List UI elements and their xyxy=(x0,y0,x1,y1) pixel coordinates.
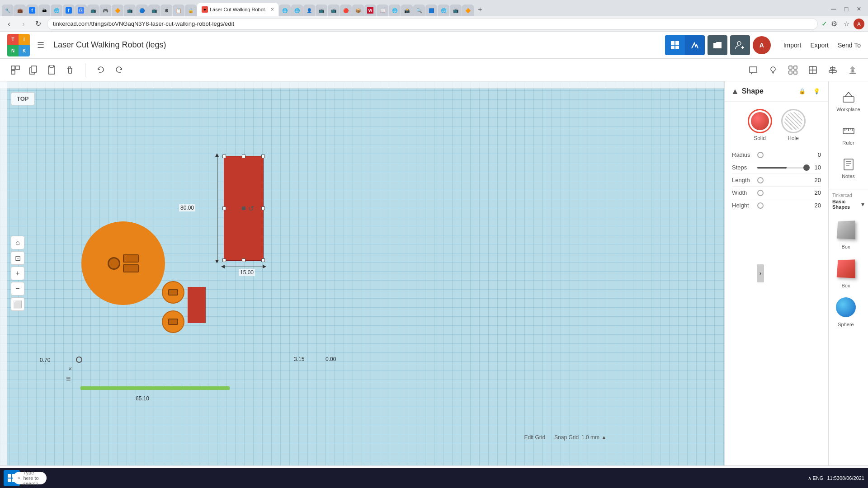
panel-resize-handle[interactable]: › xyxy=(757,264,764,282)
forward-button[interactable]: › xyxy=(18,19,29,29)
browser-tab-inactive[interactable]: 🌐 xyxy=(279,5,291,16)
extension-gear[interactable]: ⚙ xyxy=(831,19,837,28)
add-user-button[interactable] xyxy=(730,35,750,55)
browser-tab-inactive[interactable]: 🏔 xyxy=(38,5,50,16)
address-bar[interactable]: tinkercad.com/things/boVNGaqN3Y8-laser-c… xyxy=(47,18,818,30)
align-button[interactable] xyxy=(825,62,841,78)
orange-circle-object[interactable] xyxy=(81,221,165,305)
close-mark[interactable]: × xyxy=(68,365,72,372)
height-radio[interactable] xyxy=(757,202,764,209)
back-button[interactable]: ‹ xyxy=(4,19,14,29)
selection-handle-mr[interactable] xyxy=(261,206,265,210)
home-view-button[interactable]: ⌂ xyxy=(11,236,24,249)
minimize-button[interactable]: ─ xyxy=(828,4,839,14)
browser-tab-inactive[interactable]: 📦 xyxy=(352,5,364,16)
shapes-lib-dropdown-btn[interactable]: Basic Shapes ▾ xyxy=(829,199,868,211)
group-button[interactable] xyxy=(785,62,801,78)
copy-button[interactable] xyxy=(25,62,42,78)
browser-tab-inactive[interactable]: 📺 xyxy=(87,5,99,16)
menu-toggle-button[interactable]: ☰ xyxy=(37,40,44,50)
zoom-in-button[interactable]: + xyxy=(11,267,24,280)
selection-handle-tm[interactable] xyxy=(242,155,245,158)
height-value[interactable]: 20 xyxy=(810,202,821,209)
browser-tab-inactive[interactable]: G xyxy=(75,5,87,16)
browser-tab-inactive[interactable]: 📖 xyxy=(377,5,388,16)
solid-option[interactable]: Solid xyxy=(748,109,772,141)
build-view-button[interactable] xyxy=(685,35,705,55)
panel-light-button[interactable]: 💡 xyxy=(811,86,822,97)
radius-value[interactable]: 0 xyxy=(810,151,821,158)
shape-item-box-red[interactable]: Box xyxy=(830,253,861,290)
ungroup-button[interactable] xyxy=(805,62,821,78)
radius-radio[interactable] xyxy=(757,152,764,158)
browser-tab-inactive[interactable]: 🔒 xyxy=(185,5,197,16)
workplane-button[interactable]: Workplane xyxy=(830,85,867,117)
browser-tab-inactive[interactable]: 📸 xyxy=(401,5,413,16)
browser-tab-inactive[interactable]: 🔧 xyxy=(2,5,14,16)
shape-item-cylinder-orange[interactable]: Cylinder xyxy=(863,253,868,290)
reload-button[interactable]: ↻ xyxy=(33,19,43,29)
selection-handle-bm[interactable] xyxy=(242,258,245,262)
perspective-button[interactable]: ⬜ xyxy=(11,297,24,311)
browser-tab-inactive[interactable]: 📋 xyxy=(173,5,184,16)
extension-checkmark[interactable]: ✓ xyxy=(821,19,827,28)
browser-tab-inactive[interactable]: 🔶 xyxy=(462,5,474,16)
search-bar-taskbar[interactable]: Type here to search xyxy=(22,470,38,486)
new-tab-button[interactable]: + xyxy=(474,4,486,15)
paste-button[interactable] xyxy=(43,62,60,78)
browser-tab-inactive[interactable]: 🔴 xyxy=(340,5,352,16)
width-radio[interactable] xyxy=(757,190,764,196)
browser-tab-inactive[interactable]: 🎮 xyxy=(99,5,111,16)
browser-tab-inactive[interactable]: 🔶 xyxy=(112,5,123,16)
bookmark-button[interactable]: ☆ xyxy=(841,19,852,29)
zoom-out-button[interactable]: − xyxy=(11,282,24,296)
profile-button[interactable]: A xyxy=(854,19,864,29)
browser-tab-inactive[interactable]: 🔵 xyxy=(136,5,148,16)
browser-tab-inactive[interactable]: 📺 xyxy=(316,5,327,16)
selection-handle-br[interactable] xyxy=(261,258,265,262)
active-browser-tab[interactable]: ✦ Laser Cut Walking Robot... × xyxy=(197,3,278,16)
browser-tab-inactive[interactable]: 📺 xyxy=(148,5,160,16)
browser-tab-inactive[interactable]: 📺 xyxy=(124,5,136,16)
folder-button[interactable] xyxy=(708,35,727,55)
shape-item-scribble[interactable]: Scribble xyxy=(863,292,868,329)
browser-tab-inactive[interactable]: 🟦 xyxy=(425,5,437,16)
browser-tab-inactive[interactable]: 🔍 xyxy=(413,5,425,16)
shape-item-sphere-blue[interactable]: Sphere xyxy=(830,292,861,329)
tab-close-button[interactable]: × xyxy=(271,6,274,13)
steps-slider[interactable] xyxy=(757,167,807,169)
shape-item-box-gray[interactable]: Box xyxy=(830,214,861,251)
large-red-box[interactable]: ↺ xyxy=(224,156,264,261)
browser-tab-inactive[interactable]: f xyxy=(63,5,75,16)
redo-button[interactable] xyxy=(111,62,127,78)
ruler-button[interactable]: Ruler xyxy=(830,118,867,151)
grid-view-button[interactable] xyxy=(665,35,685,55)
send-to-button[interactable]: Send To xyxy=(838,42,861,49)
maximize-button[interactable]: □ xyxy=(841,4,852,14)
notes-button[interactable]: Notes xyxy=(830,152,867,184)
hole-option[interactable]: Hole xyxy=(781,109,806,141)
browser-tab-inactive[interactable]: 👤 xyxy=(303,5,315,16)
panel-collapse-button[interactable]: ▲ xyxy=(731,87,739,96)
browser-tab-inactive[interactable]: 📺 xyxy=(328,5,340,16)
small-orange-circle-2[interactable] xyxy=(162,310,184,333)
small-red-box[interactable] xyxy=(188,287,206,323)
browser-tab-inactive[interactable]: 🌐 xyxy=(438,5,449,16)
small-orange-circle-1[interactable] xyxy=(162,281,184,304)
browser-tab-inactive[interactable]: 💼 xyxy=(14,5,26,16)
browser-tab-inactive[interactable]: 🌐 xyxy=(51,5,62,16)
browser-tab-inactive[interactable]: 📺 xyxy=(450,5,462,16)
selection-handle-tl[interactable] xyxy=(222,155,226,158)
export-button[interactable]: Export xyxy=(810,42,828,49)
close-window-button[interactable]: × xyxy=(854,4,864,14)
steps-value[interactable]: 10 xyxy=(810,164,821,171)
selection-handle-tr[interactable] xyxy=(261,155,265,158)
chat-button[interactable] xyxy=(745,62,761,78)
edit-grid-button[interactable]: Edit Grid xyxy=(524,434,545,441)
browser-tab-inactive[interactable]: 🌐 xyxy=(389,5,401,16)
selection-handle-ml[interactable] xyxy=(222,206,226,210)
delete-button[interactable] xyxy=(61,62,78,78)
browser-tab-inactive[interactable]: 🌐 xyxy=(291,5,303,16)
browser-tab-inactive[interactable]: ⚙ xyxy=(160,5,172,16)
flip-button[interactable] xyxy=(844,62,861,78)
